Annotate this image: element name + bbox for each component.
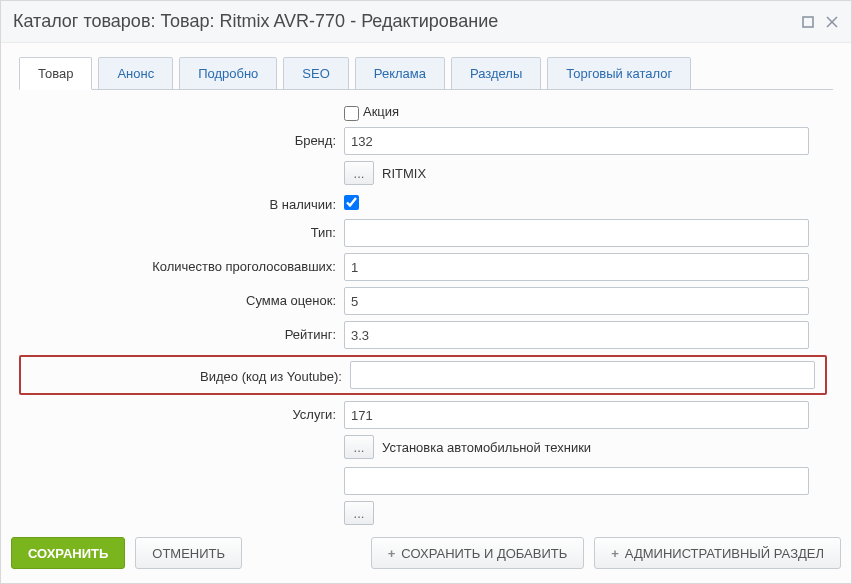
instock-label: В наличии: (19, 191, 344, 212)
row-video-highlighted: Видео (код из Youtube): (19, 355, 827, 395)
action-label: Акция (363, 104, 399, 119)
footer-toolbar: СОХРАНИТЬ ОТМЕНИТЬ + СОХРАНИТЬ И ДОБАВИТ… (1, 525, 851, 583)
brand-input[interactable] (344, 127, 809, 155)
row-action: Акция (19, 102, 827, 121)
services-input-2[interactable] (344, 467, 809, 495)
brand-pick-button[interactable]: ... (344, 161, 374, 185)
services-label: Услуги: (19, 401, 344, 422)
admin-section-label: АДМИНИСТРАТИВНЫЙ РАЗДЕЛ (625, 546, 824, 561)
sum-input[interactable] (344, 287, 809, 315)
row-services: Услуги: ... Установка автомобильной техн… (19, 401, 827, 525)
save-and-add-button[interactable]: + СОХРАНИТЬ И ДОБАВИТЬ (371, 537, 584, 569)
rating-label: Рейтинг: (19, 321, 344, 342)
tab-announce[interactable]: Анонс (98, 57, 173, 90)
titlebar: Каталог товаров: Товар: Ritmix AVR-770 -… (1, 1, 851, 43)
video-label: Видео (код из Youtube): (25, 367, 350, 384)
row-rating: Рейтинг: (19, 321, 827, 349)
action-checkbox[interactable] (344, 106, 359, 121)
votes-label: Количество проголосовавших: (19, 253, 344, 274)
plus-icon: + (388, 546, 396, 561)
tab-seo[interactable]: SEO (283, 57, 348, 90)
row-sum: Сумма оценок: (19, 287, 827, 315)
services-pick-button[interactable]: ... (344, 435, 374, 459)
dialog-window: Каталог товаров: Товар: Ritmix AVR-770 -… (0, 0, 852, 584)
tabs: Товар Анонс Подробно SEO Реклама Разделы… (1, 43, 851, 90)
sum-label: Сумма оценок: (19, 287, 344, 308)
tab-adv[interactable]: Реклама (355, 57, 445, 90)
admin-section-button[interactable]: + АДМИНИСТРАТИВНЫЙ РАЗДЕЛ (594, 537, 841, 569)
type-label: Тип: (19, 219, 344, 240)
form-scroll-inner[interactable]: Акция Бренд: ... RITMIX В наличии: (19, 90, 833, 525)
row-type: Тип: (19, 219, 827, 247)
votes-input[interactable] (344, 253, 809, 281)
video-input[interactable] (350, 361, 815, 389)
services-resolved-label: Установка автомобильной техники (382, 440, 591, 455)
save-button[interactable]: СОХРАНИТЬ (11, 537, 125, 569)
tab-catalog[interactable]: Торговый каталог (547, 57, 691, 90)
row-votes: Количество проголосовавших: (19, 253, 827, 281)
services-input[interactable] (344, 401, 809, 429)
window-title: Каталог товаров: Товар: Ritmix AVR-770 -… (13, 11, 791, 32)
svg-rect-0 (803, 17, 813, 27)
tab-product[interactable]: Товар (19, 57, 92, 90)
plus-icon: + (611, 546, 619, 561)
close-icon[interactable] (825, 15, 839, 29)
services-pick-button-2[interactable]: ... (344, 501, 374, 525)
maximize-icon[interactable] (801, 15, 815, 29)
form-area: Акция Бренд: ... RITMIX В наличии: (19, 89, 833, 525)
instock-checkbox[interactable] (344, 195, 359, 210)
row-instock: В наличии: (19, 191, 827, 213)
tab-detail[interactable]: Подробно (179, 57, 277, 90)
tab-sections[interactable]: Разделы (451, 57, 541, 90)
brand-resolved-label: RITMIX (382, 166, 426, 181)
save-and-add-label: СОХРАНИТЬ И ДОБАВИТЬ (401, 546, 567, 561)
rating-input[interactable] (344, 321, 809, 349)
brand-label: Бренд: (19, 127, 344, 148)
type-input[interactable] (344, 219, 809, 247)
row-brand: Бренд: ... RITMIX (19, 127, 827, 185)
cancel-button[interactable]: ОТМЕНИТЬ (135, 537, 242, 569)
